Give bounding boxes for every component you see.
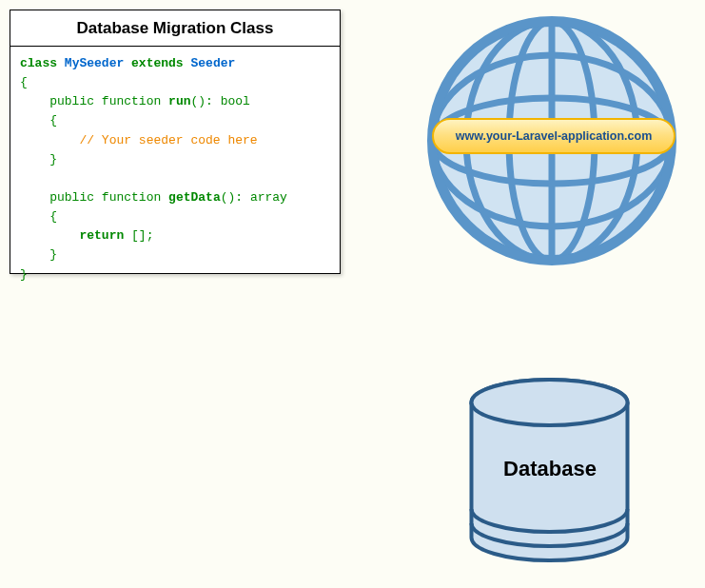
code-panel-title: Database Migration Class <box>10 10 340 47</box>
return-type: array <box>250 190 287 205</box>
brace: { <box>49 209 57 224</box>
keyword-extends: extends <box>131 56 184 70</box>
brace: } <box>49 247 57 262</box>
keyword-public: public <box>49 94 94 108</box>
svg-point-11 <box>472 380 628 425</box>
url-pill: www.your-Laravel-application.com <box>432 118 676 154</box>
database-label: Database <box>483 457 617 481</box>
url-text: www.your-Laravel-application.com <box>456 129 653 143</box>
comment: // Your seeder code here <box>79 133 257 147</box>
keyword-class: class <box>20 56 57 70</box>
code-body: class MySeeder extends Seeder { public f… <box>10 47 340 292</box>
function-name-getdata: getData <box>168 190 221 205</box>
class-name: MySeeder <box>65 56 124 70</box>
paren: (): <box>221 190 243 205</box>
keyword-public: public <box>49 190 94 205</box>
keyword-return: return <box>79 228 124 243</box>
return-type: bool <box>221 94 250 108</box>
parent-class: Seeder <box>190 56 235 70</box>
brace: { <box>20 75 28 89</box>
brace: } <box>20 267 28 282</box>
keyword-function: function <box>102 190 161 205</box>
return-value: []; <box>131 228 153 243</box>
code-panel: Database Migration Class class MySeeder … <box>10 10 341 274</box>
brace: { <box>49 113 57 127</box>
keyword-function: function <box>102 94 161 108</box>
function-name-run: run <box>168 94 190 108</box>
paren: (): <box>190 94 212 108</box>
brace: } <box>49 152 57 167</box>
